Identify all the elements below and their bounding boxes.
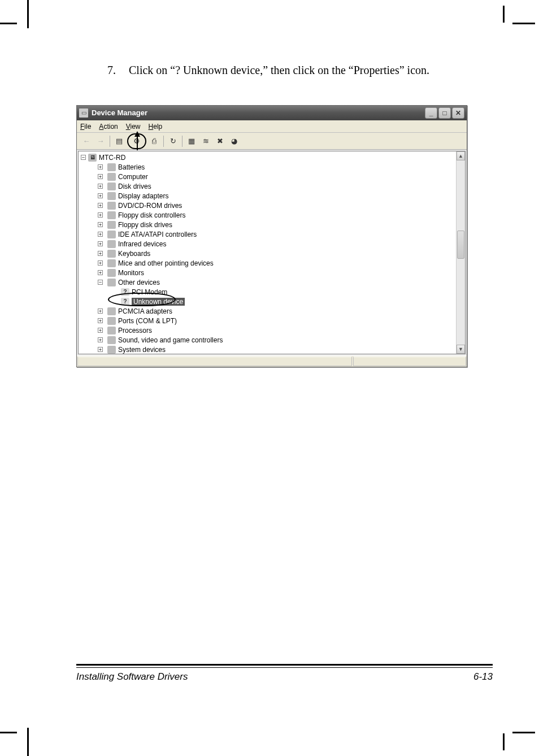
tree-item-label: Monitors [118, 269, 144, 277]
menu-action[interactable]: Action [99, 123, 118, 131]
expander-icon[interactable]: − [81, 155, 86, 160]
toolbar-separator [163, 136, 164, 147]
status-cell [77, 357, 352, 366]
tree-item[interactable]: +Batteries [81, 162, 463, 172]
tree-item[interactable]: +Monitors [81, 268, 463, 277]
expander-icon[interactable]: + [98, 241, 103, 246]
maximize-button[interactable]: □ [438, 107, 451, 119]
device-icon [107, 259, 116, 267]
expander-icon[interactable]: + [98, 251, 103, 256]
device-icon [107, 307, 116, 315]
device-icon: ? [121, 298, 129, 306]
tree-item[interactable]: +Keyboards [81, 249, 463, 258]
tree-item-label: PCMCIA adapters [118, 307, 172, 315]
device-icon [107, 250, 116, 258]
computer-icon: 🖥 [88, 154, 97, 162]
expander-icon[interactable]: + [98, 260, 103, 266]
print-button[interactable]: ⎙ [148, 135, 160, 147]
tree-item[interactable]: +Display adapters [81, 191, 463, 201]
expander-icon[interactable]: + [98, 347, 103, 352]
tree-item[interactable]: +IDE ATA/ATAPI controllers [81, 229, 463, 239]
expander-icon[interactable]: + [98, 309, 103, 314]
back-button[interactable]: ← [80, 135, 93, 147]
device-icon [107, 221, 116, 229]
tree-item-label: Floppy disk controllers [118, 211, 185, 219]
tree-item[interactable]: +Floppy disk drives [81, 220, 463, 229]
tree-item[interactable]: +Floppy disk controllers [81, 210, 463, 220]
tree-item-label: Keyboards [118, 250, 150, 258]
uninstall-button[interactable]: ✖ [214, 135, 226, 147]
crop-mark [512, 732, 535, 733]
properties-annotation-circle: ⚙ [127, 133, 146, 149]
crop-mark [0, 732, 17, 733]
refresh-button[interactable]: ↻ [167, 135, 179, 147]
device-icon [107, 192, 116, 200]
scroll-up-arrow[interactable]: ▲ [457, 151, 465, 160]
tree-item-label: Display adapters [118, 192, 168, 200]
tree-item-label: Batteries [118, 163, 145, 171]
expander-icon[interactable]: − [98, 280, 103, 285]
scroll-down-arrow[interactable]: ▼ [457, 345, 465, 354]
tree-item[interactable]: +PCMCIA adapters [81, 306, 463, 316]
tree-item-label: PCI Modem [132, 288, 167, 296]
help-button[interactable]: ◕ [228, 135, 240, 147]
device-icon [107, 317, 116, 325]
tree-item[interactable]: +Processors [81, 325, 463, 335]
expander-icon[interactable]: + [98, 328, 103, 333]
menubar: File Action View Help [77, 120, 467, 133]
device-icon [107, 240, 116, 248]
crop-mark [0, 23, 17, 24]
close-button[interactable]: ✕ [452, 107, 464, 119]
device-icon [107, 183, 116, 190]
vertical-scrollbar[interactable]: ▲ ▼ [456, 151, 465, 354]
tree-item[interactable]: +Infrared devices [81, 239, 463, 249]
tree-item-label: Sound, video and game controllers [118, 336, 223, 344]
minimize-button[interactable]: _ [425, 107, 437, 119]
tree-item[interactable]: +Disk drives [81, 181, 463, 191]
crop-mark [512, 23, 535, 24]
tree-item[interactable]: −Other devices [81, 277, 463, 287]
expander-icon[interactable]: + [98, 232, 103, 237]
tree-item[interactable]: +System devices [81, 345, 463, 354]
tree-child-item[interactable]: ?PCI Modem [81, 287, 463, 297]
tree-item-label: DVD/CD-ROM drives [118, 202, 182, 210]
tree-child-item[interactable]: ?Unknown device [81, 297, 463, 306]
expander-icon[interactable]: + [98, 184, 103, 189]
device-icon: ? [121, 288, 129, 296]
update-button[interactable]: ≋ [199, 135, 212, 147]
device-icon [107, 336, 116, 344]
statusbar [77, 355, 467, 367]
expander-icon[interactable]: + [98, 203, 103, 208]
menu-view[interactable]: View [126, 123, 141, 131]
crop-mark [27, 0, 29, 28]
tree-item-label: System devices [118, 346, 166, 354]
tree-item-label: Floppy disk drives [118, 221, 172, 229]
expander-icon[interactable]: + [98, 318, 103, 323]
properties-button[interactable]: ⚙ [131, 135, 143, 147]
expander-icon[interactable]: + [98, 174, 103, 179]
scan-button[interactable]: ▦ [185, 135, 198, 147]
expander-icon[interactable]: + [98, 337, 103, 342]
expander-icon[interactable]: + [98, 164, 103, 170]
tree-item[interactable]: +Mice and other pointing devices [81, 258, 463, 268]
tree-item[interactable]: +Ports (COM & LPT) [81, 316, 463, 325]
toolbar-separator [182, 136, 182, 147]
expander-icon[interactable]: + [98, 270, 103, 275]
forward-button[interactable]: → [94, 135, 107, 147]
footer-section: Installing Software Drivers [76, 671, 188, 683]
tree-item-label: Mice and other pointing devices [118, 259, 214, 267]
tree-item[interactable]: +Computer [81, 172, 463, 181]
scroll-thumb[interactable] [457, 231, 464, 259]
titlebar[interactable]: ▭ Device Manager _ □ ✕ [77, 106, 467, 120]
device-manager-window: ▭ Device Manager _ □ ✕ File Action View … [76, 105, 467, 367]
expander-icon[interactable]: + [98, 222, 103, 227]
tree-item[interactable]: +DVD/CD-ROM drives [81, 201, 463, 210]
menu-help[interactable]: Help [149, 123, 163, 131]
menu-file[interactable]: File [80, 123, 91, 131]
tree-item[interactable]: +Sound, video and game controllers [81, 335, 463, 345]
tree-item-label: Computer [118, 173, 148, 181]
tree-root[interactable]: −🖥MTC-RD [81, 153, 463, 162]
expander-icon[interactable]: + [98, 212, 103, 218]
expander-icon[interactable]: + [98, 193, 103, 198]
up-button[interactable]: ▤ [113, 135, 125, 147]
